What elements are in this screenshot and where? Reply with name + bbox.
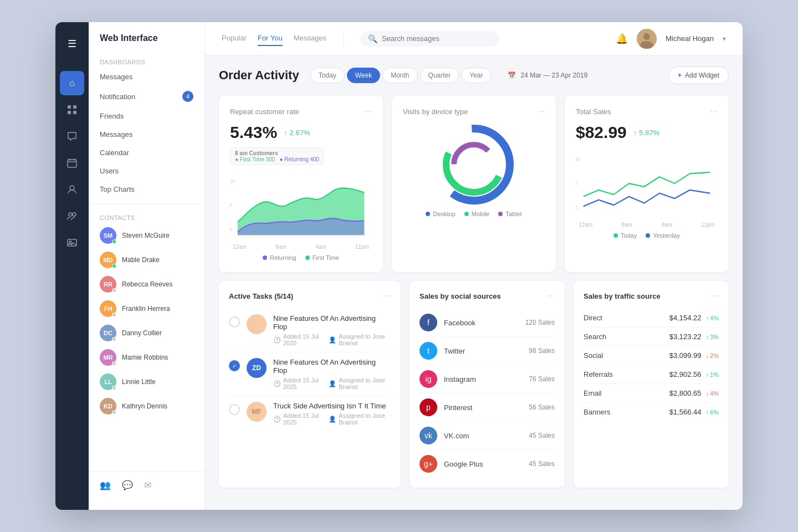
social-name: VK.com [444,432,522,440]
add-widget-button[interactable]: + Add Widget [668,66,729,84]
task-checkbox[interactable] [229,404,240,415]
legend-dot [464,212,469,216]
traffic-right: $4,154.22 ↑ 4% [669,314,719,322]
svg-rect-2 [68,111,71,114]
more-options-icon[interactable]: ··· [383,291,391,301]
hamburger-menu-icon[interactable]: ☰ [63,33,81,54]
google-plus-icon: g+ [420,455,437,473]
active-tasks-panel: Active Tasks (5/14) ··· Nine Features Of… [219,281,401,488]
nav-home-icon[interactable]: ⌂ [60,71,84,95]
message-icon[interactable]: 💬 [122,480,133,490]
up-arrow-icon: ↑ [633,129,637,137]
sidebar-item-users[interactable]: Users [89,162,204,180]
nav-user-icon[interactable] [60,177,84,202]
sidebar-item-calendar[interactable]: Calendar [89,144,204,162]
task-checkbox-done[interactable]: ✓ [229,360,240,371]
social-sales-value: 56 Sales [529,403,555,411]
online-dot [112,361,116,366]
svg-point-6 [69,213,72,216]
stat-cards-row: Repeat customer rate ··· 5.43% ↑ 2.67% 8 [219,95,729,272]
traffic-change: ↑ 3% [706,334,719,340]
device-legend: Desktop Mobile Tablet [403,211,545,217]
visits-by-device-card: Visits by device type ··· [392,95,556,272]
search-box[interactable]: 🔍 [360,31,499,47]
email-icon[interactable]: ✉ [144,480,151,490]
social-item-vk: vk VK.com 45 Sales [420,422,555,450]
nav-users-icon[interactable] [60,204,84,228]
sidebar-item-friends[interactable]: Friends [89,107,204,125]
stat-value: 5.43% [230,123,277,142]
task-assigned: 👤 Assigned to Jose Brainst [329,377,391,390]
online-dot [112,386,116,390]
avatar-wrap: LL [100,374,116,390]
traffic-source-panel: Sales by traffic source ··· Direct $4,15… [574,281,729,488]
filter-month[interactable]: Month [382,68,417,83]
panel-title: Sales by traffic source [584,292,661,300]
notification-badge: 4 [182,91,193,102]
social-item-twitter: t Twitter 98 Sales [420,337,555,365]
search-input[interactable] [382,34,491,43]
sidebar-bottom-actions: 👥 💬 ✉ [89,471,204,499]
contact-linnie[interactable]: LL Linnie Little [89,370,204,394]
user-name: Micheal Hogan [666,34,714,43]
sidebar-item-messages2[interactable]: Messages [89,125,204,144]
more-options-icon[interactable]: ··· [548,291,555,301]
svg-rect-4 [68,160,76,167]
filter-quarter[interactable]: Quarter [420,68,459,83]
contact-mamie[interactable]: MR Mamie Robbins [89,345,204,370]
more-options-icon[interactable]: ··· [538,106,545,116]
contact-kathryn[interactable]: KD Kathryn Dennis [89,394,204,418]
tab-for-you[interactable]: For You [258,31,283,46]
sidebar-item-top-charts[interactable]: Top Charts [89,180,204,198]
svg-rect-1 [73,105,76,109]
social-name: Twitter [444,347,522,355]
sidebar-item-notification[interactable]: Notification 4 [89,86,204,107]
more-options-icon[interactable]: ··· [712,291,719,301]
online-dot [112,337,116,341]
card-title: Visits by device type [403,108,468,116]
traffic-value: $2,800.65 [669,389,702,397]
contact-steven[interactable]: SM Steven McGuire [89,223,204,248]
contact-rebecca[interactable]: RR Rebecca Reeves [89,272,204,296]
task-item: ✓ ZD Nine Features Of An Advertising Flo… [229,352,391,396]
filter-week[interactable]: Week [347,68,380,83]
sidebar-item-messages[interactable]: Messages [89,68,204,86]
chevron-down-icon[interactable]: ▾ [723,35,726,43]
legend-today: Today [613,232,637,239]
task-checkbox[interactable] [229,316,240,328]
contact-danny[interactable]: DC Danny Collier [89,321,204,345]
nav-chat-icon[interactable] [60,124,84,149]
legend-dot [263,255,267,260]
panel-header: Active Tasks (5/14) ··· [229,291,391,301]
chart-legend: Today Yesterday [576,232,718,239]
tab-messages[interactable]: Messages [294,31,326,46]
add-contact-icon[interactable]: 👥 [100,480,111,490]
more-options-icon[interactable]: ··· [710,106,718,116]
filter-year[interactable]: Year [461,68,491,83]
plus-icon: + [678,71,682,79]
task-content: Truck Side Advertising Isn T It Time 🕐 A… [273,402,391,426]
traffic-item-social: Social $3,099.99 ↓ 2% [584,346,719,365]
traffic-item-referrals: Referrals $2,902.56 ↑ 1% [584,365,719,384]
nav-image-icon[interactable] [60,231,84,255]
contact-franklin[interactable]: FH Franklin Herrera [89,296,204,321]
filter-tabs: Today Week Month Quarter Year [310,68,492,83]
tab-popular[interactable]: Popular [222,31,247,46]
filter-today[interactable]: Today [310,68,345,83]
traffic-change: ↑ 4% [706,315,719,321]
social-item-google-plus: g+ Google Plus 45 Sales [420,450,555,478]
contact-mable[interactable]: MD Mable Drake [89,248,204,272]
more-options-icon[interactable]: ··· [365,106,372,116]
chart-legend: Returning First Time [230,254,372,261]
avatar-wrap: RR [100,276,116,293]
total-sales-chart: 10 5 0 [576,147,718,219]
nav-grid-icon[interactable] [60,98,84,122]
legend-dot [613,233,618,238]
online-dot [112,313,116,317]
bell-icon[interactable]: 🔔 [616,33,628,45]
online-dot [112,410,116,415]
contact-name: Mamie Robbins [122,354,168,361]
avatar-wrap: MR [100,349,116,366]
nav-calendar-icon[interactable] [60,151,84,175]
legend-dot [305,255,310,260]
